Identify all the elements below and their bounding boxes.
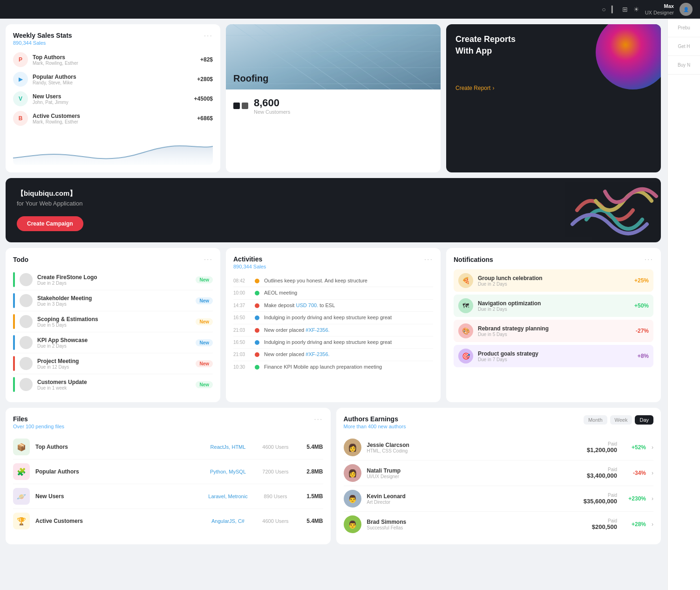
notifications-card: Notifications ··· 🍕 Group lunch celebrat… (446, 248, 661, 402)
todo-dot-6 (13, 377, 15, 392)
stats-list: P Top Authors Mark, Rowling, Esther +82$… (13, 52, 213, 126)
file-item: 🏆 Active Customers AngularJS, C# 4600 Us… (13, 509, 323, 533)
act-dot (255, 352, 259, 357)
reports-card: Create ReportsWith App Create Report › (446, 24, 661, 172)
right-sidebar: Prebu Get H Buy N (667, 19, 700, 550)
todo-item: KPI App Showcase Due in 2 Days New (13, 332, 213, 353)
file-icon-3: 🪐 (13, 488, 30, 505)
activity-link[interactable]: USD 700. (296, 302, 318, 308)
activity-item: 08:42 Outlines keep you honest. And keep… (233, 275, 433, 287)
notif-icon-1: 🍕 (458, 273, 473, 288)
tab-day[interactable]: Day (635, 415, 653, 425)
files-card: Files Over 100 pending files ··· 📦 Top A… (6, 408, 331, 544)
author-item: 👨 Kevin Leonard Art Director Paid $35,60… (344, 486, 654, 512)
todo-dot-3 (13, 314, 15, 329)
author-arrow-3[interactable]: › (652, 495, 653, 502)
file-icon-2: 🧩 (13, 463, 30, 480)
sun-icon[interactable]: ☀ (633, 6, 639, 13)
stat-popular-authors: ▶ Popular Authors Randy, Steve, Mike +28… (13, 72, 213, 87)
campaign-row: 【biqubiqu.com】 for Your Web Application … (6, 178, 661, 242)
tab-month[interactable]: Month (584, 415, 607, 425)
files-title: Files (13, 415, 64, 423)
sidebar-hint-3[interactable]: Buy N (668, 56, 700, 75)
grid-icon[interactable]: ⊞ (622, 6, 628, 13)
todo-list: Create FireStone Logo Due in 2 Days New … (13, 269, 213, 395)
author-change-3: +230% (623, 495, 646, 502)
authors-earnings-title: Authors Earnings (344, 415, 406, 423)
author-item: 👨 Brad Simmons Successful Fellas Paid $2… (344, 512, 654, 537)
notif-icon-2: 🗺 (458, 298, 473, 313)
todo-dot-5 (13, 356, 15, 371)
activities-menu[interactable]: ··· (424, 255, 433, 264)
sidebar-hint-1[interactable]: Prebu (668, 19, 700, 37)
top-authors-icon: P (13, 52, 28, 67)
planet-decor (596, 24, 661, 89)
roofing-count: 8,600 (254, 97, 290, 109)
activity-item: 16:50 Indulging in poorly driving and ke… (233, 336, 433, 349)
todo-card: Todo ··· Create FireStone Logo Due in 2 … (6, 248, 220, 402)
activities-sub: 890,344 Sales (233, 264, 266, 269)
activity-item: 10:00 AEOL meeting (233, 287, 433, 299)
tab-week[interactable]: Week (610, 415, 632, 425)
notif-value-2: +50% (634, 302, 649, 309)
user-role: UX Designer (645, 9, 674, 16)
active-customers-icon: B (13, 111, 28, 126)
activity-link[interactable]: #XF-2356. (306, 351, 329, 357)
authors-earnings-card: Authors Earnings More than 400 new autho… (336, 408, 661, 544)
todo-avatar-6 (20, 378, 33, 391)
todo-avatar-2 (20, 294, 33, 307)
todo-avatar-4 (20, 336, 33, 349)
todo-item: Project Meeting Due in 12 Days New (13, 353, 213, 374)
todo-badge-6: New (196, 381, 213, 388)
roofing-stats: 8,600 New Customers (254, 97, 290, 115)
roofing-squares (233, 103, 248, 109)
notif-icon-4: 🎯 (458, 349, 473, 364)
sidebar-hint-2[interactable]: Get H (668, 37, 700, 56)
create-campaign-button[interactable]: Create Campaign (17, 216, 83, 231)
todo-dot-2 (13, 293, 15, 308)
notif-icon-3: 🎨 (458, 323, 473, 338)
act-dot (255, 279, 259, 283)
topbar: ○ ▎ ⊞ ☀ Max UX Designer 👤 (0, 0, 700, 19)
todo-dot-1 (13, 272, 15, 287)
activity-item: 14:37 Make deposit USD 700. to ESL (233, 300, 433, 312)
notifications-menu[interactable]: ··· (645, 255, 653, 264)
notif-value-4: +8% (638, 353, 649, 359)
author-arrow-2[interactable]: › (652, 470, 653, 476)
author-change-2: -34% (623, 470, 646, 476)
notif-value-3: -27% (636, 328, 649, 334)
weekly-sales-card: Weekly Sales Stats 890,344 Sales ··· P T… (6, 24, 220, 172)
weekly-sales-menu[interactable]: ··· (204, 32, 213, 40)
avatar[interactable]: 👤 (680, 3, 693, 16)
activity-link[interactable]: #XF-2356. (306, 327, 329, 333)
row-1: Weekly Sales Stats 890,344 Sales ··· P T… (6, 24, 661, 172)
todo-item: Stakeholder Meeting Due in 3 Days New (13, 290, 213, 311)
activity-item: 16:50 Indulging in poorly driving and ke… (233, 312, 433, 324)
act-dot (255, 365, 259, 370)
notification-item: 🍕 Group lunch celebration Due in 2 Days … (454, 269, 653, 292)
todo-avatar-1 (20, 273, 33, 286)
file-icon-1: 📦 (13, 439, 30, 455)
author-change-4: +28% (623, 521, 646, 528)
notification-item: 🎯 Product goals strategy Due in 7 Days +… (454, 345, 653, 367)
author-arrow-1[interactable]: › (652, 444, 653, 451)
files-menu[interactable]: ··· (314, 415, 323, 424)
notif-value-1: +25% (634, 277, 649, 284)
act-dot (255, 340, 259, 345)
file-item: 🪐 New Users Laravel, Metronic 890 Users … (13, 484, 323, 509)
todo-item: Create FireStone Logo Due in 2 Days New (13, 269, 213, 290)
act-dot (255, 303, 259, 308)
act-dot (255, 316, 259, 320)
popular-authors-icon: ▶ (13, 72, 28, 87)
author-change-1: +52% (623, 444, 646, 451)
tab-group: Month Week Day (584, 415, 653, 425)
search-icon[interactable]: ○ (602, 6, 605, 13)
new-users-icon: V (13, 91, 28, 106)
files-list: 📦 Top Authors ReactJs, HTML 4600 Users 5… (13, 435, 323, 533)
todo-title: Todo (13, 256, 28, 263)
notification-item: 🗺 Navigation optimization Due in 2 Days … (454, 295, 653, 317)
bar-icon[interactable]: ▎ (612, 6, 617, 13)
author-arrow-4[interactable]: › (652, 521, 653, 528)
todo-menu[interactable]: ··· (204, 255, 213, 264)
weekly-sales-title: Weekly Sales Stats (13, 32, 72, 39)
